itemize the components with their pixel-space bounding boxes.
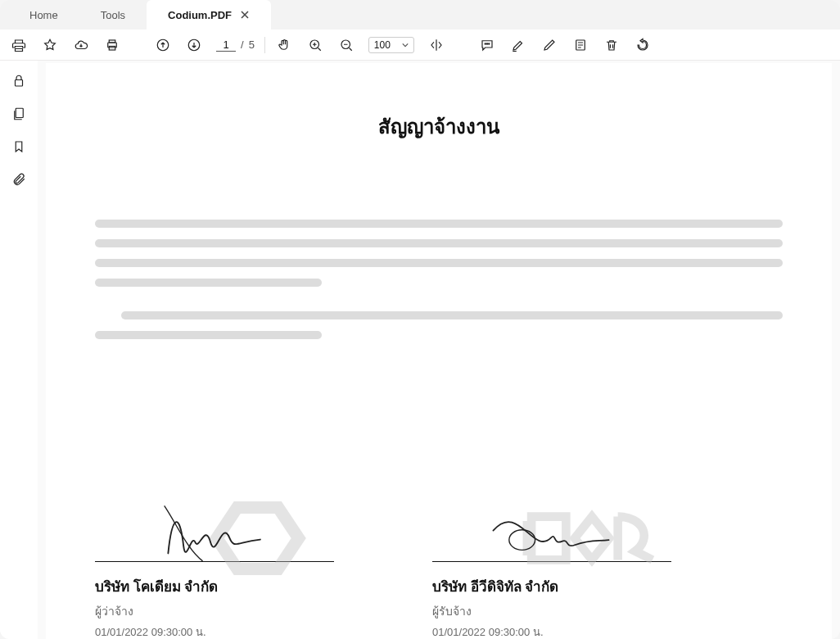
fit-width-icon[interactable] bbox=[427, 36, 445, 54]
svg-rect-11 bbox=[16, 80, 23, 87]
tab-tools[interactable]: Tools bbox=[79, 0, 147, 29]
document-page: สัญญาจ้างงาน bbox=[46, 63, 832, 639]
document-title: สัญญาจ้างงาน bbox=[95, 111, 783, 143]
trash-icon[interactable] bbox=[603, 36, 621, 54]
signature-block-contractor: บริษัท อีวีดิจิทัล จำกัด ผู้รับจ้าง 01/0… bbox=[432, 495, 671, 639]
zoom-value: 100 bbox=[374, 39, 391, 51]
signature-line bbox=[95, 495, 334, 562]
page-current-input[interactable] bbox=[216, 39, 236, 52]
separator bbox=[264, 37, 265, 53]
comment-icon[interactable] bbox=[478, 36, 496, 54]
document-viewport[interactable]: สัญญาจ้างงาน bbox=[38, 61, 840, 639]
pages-icon[interactable] bbox=[10, 105, 28, 123]
signature-row: บริษัท โคเดียม จำกัด ผู้ว่าจ้าง 01/01/20… bbox=[95, 495, 783, 639]
watermark-logo-icon bbox=[201, 497, 324, 579]
handwritten-signature-icon bbox=[490, 497, 612, 571]
star-icon[interactable] bbox=[41, 36, 59, 54]
zoom-select[interactable]: 100 bbox=[368, 37, 414, 53]
sidebar bbox=[0, 61, 38, 639]
download-icon[interactable] bbox=[185, 36, 203, 54]
svg-point-7 bbox=[485, 43, 485, 43]
svg-rect-2 bbox=[109, 46, 115, 50]
watermark-logo-icon bbox=[514, 497, 670, 579]
handwritten-signature-icon bbox=[160, 497, 283, 571]
signature-role: ผู้รับจ้าง bbox=[432, 602, 671, 620]
signature-name: บริษัท อีวีดิจิทัล จำกัด bbox=[432, 575, 671, 597]
svg-point-9 bbox=[489, 43, 490, 43]
attachment-icon[interactable] bbox=[10, 170, 28, 188]
highlight-icon[interactable] bbox=[509, 36, 527, 54]
toolbar: / 5 100 bbox=[0, 29, 840, 61]
zoom-in-icon[interactable] bbox=[306, 36, 324, 54]
tab-bar: Home Tools Codium.PDF bbox=[0, 0, 840, 29]
svg-point-8 bbox=[486, 43, 487, 43]
close-icon[interactable] bbox=[240, 10, 250, 20]
bookmark-icon[interactable] bbox=[10, 138, 28, 156]
svg-point-13 bbox=[509, 530, 535, 551]
svg-rect-12 bbox=[16, 108, 23, 117]
page-total: 5 bbox=[249, 39, 255, 51]
pencil-icon[interactable] bbox=[540, 36, 558, 54]
print-icon[interactable] bbox=[10, 36, 28, 54]
page-sep: / bbox=[241, 39, 244, 51]
page-control: / 5 bbox=[216, 39, 255, 52]
signature-line bbox=[432, 495, 671, 562]
zoom-out-icon[interactable] bbox=[337, 36, 355, 54]
form-icon[interactable] bbox=[571, 36, 589, 54]
signature-timestamp: 01/01/2022 09:30:00 น. bbox=[432, 623, 671, 639]
undo-icon[interactable] bbox=[634, 36, 652, 54]
hand-icon[interactable] bbox=[275, 36, 293, 54]
tab-document[interactable]: Codium.PDF bbox=[147, 0, 271, 29]
svg-rect-1 bbox=[109, 40, 115, 43]
signature-block-employer: บริษัท โคเดียม จำกัด ผู้ว่าจ้าง 01/01/20… bbox=[95, 495, 334, 639]
printer-icon[interactable] bbox=[103, 36, 121, 54]
tab-home[interactable]: Home bbox=[8, 0, 79, 29]
chevron-down-icon bbox=[402, 42, 409, 48]
lock-icon[interactable] bbox=[10, 72, 28, 90]
signature-name: บริษัท โคเดียม จำกัด bbox=[95, 575, 334, 597]
signature-timestamp: 01/01/2022 09:30:00 น. bbox=[95, 623, 334, 639]
paragraph-placeholder bbox=[95, 220, 783, 287]
tab-label: Home bbox=[29, 9, 58, 21]
tab-label: Tools bbox=[101, 9, 125, 21]
upload-icon[interactable] bbox=[154, 36, 172, 54]
tab-label: Codium.PDF bbox=[168, 9, 232, 21]
cloud-download-icon[interactable] bbox=[72, 36, 90, 54]
signature-role: ผู้ว่าจ้าง bbox=[95, 602, 334, 620]
paragraph-placeholder bbox=[95, 311, 783, 339]
